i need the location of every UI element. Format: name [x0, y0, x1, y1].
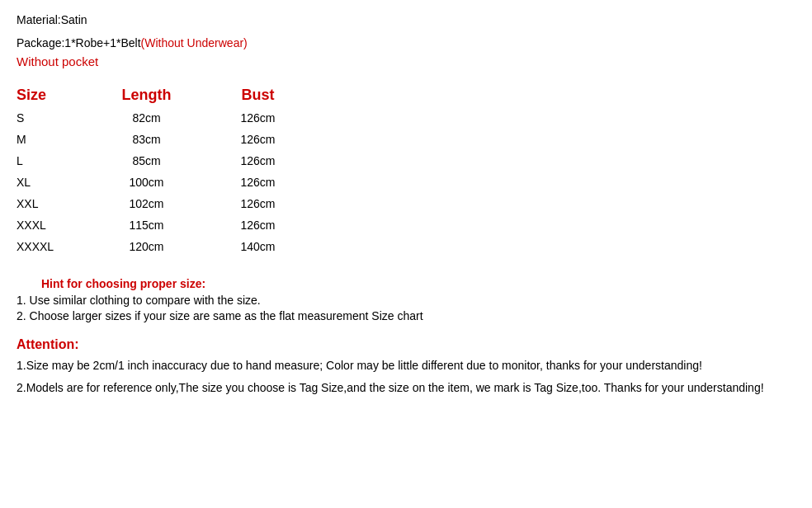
table-cell: 102cm [91, 193, 202, 214]
attention-item: 1.Size may be 2cm/1 inch inaccuracy due … [17, 357, 795, 374]
attention-items: 1.Size may be 2cm/1 inch inaccuracy due … [17, 357, 795, 397]
package-label: Package:1*Robe+1*Belt [17, 36, 141, 49]
material-text: Material:Satin [17, 13, 795, 26]
table-cell: 100cm [91, 172, 202, 193]
table-row: M83cm126cm [17, 129, 314, 150]
table-cell: 126cm [202, 107, 314, 129]
table-row: XXXXL120cm140cm [17, 236, 314, 257]
table-cell: 126cm [202, 193, 314, 214]
col-header-length: Length [91, 83, 202, 107]
table-cell: 126cm [202, 214, 314, 236]
table-row: XXXL115cm126cm [17, 214, 314, 236]
col-header-size: Size [17, 83, 91, 107]
table-cell: 82cm [91, 107, 202, 129]
attention-title: Attention: [17, 337, 795, 352]
table-cell: XL [17, 172, 91, 193]
attention-section: Attention: 1.Size may be 2cm/1 inch inac… [17, 337, 795, 397]
hint-title: Hint for choosing proper size: [17, 277, 795, 290]
table-cell: XXXL [17, 214, 91, 236]
table-row: XL100cm126cm [17, 172, 314, 193]
table-row: L85cm126cm [17, 150, 314, 172]
table-cell: XXXXL [17, 236, 91, 257]
table-cell: L [17, 150, 91, 172]
table-cell: 126cm [202, 150, 314, 172]
table-row: S82cm126cm [17, 107, 314, 129]
hint-item: 1. Use similar clothing to compare with … [17, 294, 795, 307]
table-header-row: Size Length Bust [17, 83, 314, 107]
table-cell: 126cm [202, 129, 314, 150]
col-header-bust: Bust [202, 83, 314, 107]
size-table: Size Length Bust S82cm126cmM83cm126cmL85… [17, 83, 314, 257]
table-row: XXL102cm126cm [17, 193, 314, 214]
table-cell: XXL [17, 193, 91, 214]
table-cell: M [17, 129, 91, 150]
table-cell: 85cm [91, 150, 202, 172]
hint-item: 2. Choose larger sizes if your size are … [17, 309, 795, 322]
hint-section: Hint for choosing proper size: 1. Use si… [17, 277, 795, 322]
table-cell: S [17, 107, 91, 129]
package-red: (Without Underwear) [141, 36, 248, 49]
table-cell: 115cm [91, 214, 202, 236]
table-cell: 83cm [91, 129, 202, 150]
table-cell: 120cm [91, 236, 202, 257]
table-cell: 126cm [202, 172, 314, 193]
attention-item: 2.Models are for reference only,The size… [17, 379, 795, 397]
table-cell: 140cm [202, 236, 314, 257]
hint-items: 1. Use similar clothing to compare with … [17, 294, 795, 322]
package-text: Package:1*Robe+1*Belt(Without Underwear) [17, 36, 795, 49]
without-pocket-text: Without pocket [17, 54, 795, 68]
